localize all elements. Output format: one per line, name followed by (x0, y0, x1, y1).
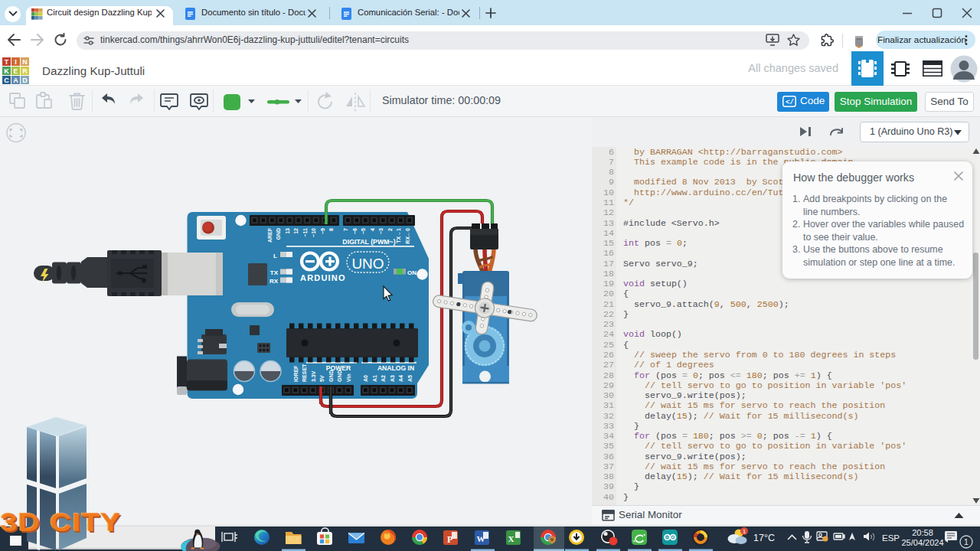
svg-text:AREF: AREF (267, 227, 273, 243)
svg-text:P: P (447, 534, 452, 545)
svg-text:X: X (508, 534, 514, 543)
svg-text:2: 2 (387, 228, 393, 231)
svg-text:A3: A3 (390, 375, 395, 382)
svg-text:A1: A1 (372, 375, 377, 382)
svg-text:POWER: POWER (326, 364, 351, 372)
svg-text:1: 1 (964, 537, 969, 546)
svg-text:ESP: ESP (882, 533, 900, 543)
svg-text:17°C: 17°C (753, 533, 775, 543)
svg-text:13: 13 (285, 228, 290, 234)
svg-text:12: 12 (293, 228, 299, 234)
svg-text:GND: GND (328, 370, 334, 382)
svg-text:~11: ~11 (302, 228, 308, 237)
svg-text:A0: A0 (363, 375, 368, 382)
svg-text:~6: ~6 (352, 228, 358, 234)
svg-text:R: R (22, 67, 28, 75)
svg-text:A5: A5 (407, 375, 413, 382)
svg-text:5V: 5V (319, 375, 325, 382)
svg-text:ANALOG IN: ANALOG IN (377, 364, 414, 372)
svg-text:A2: A2 (381, 375, 386, 382)
svg-text:ON: ON (407, 269, 416, 276)
svg-text:W: W (477, 534, 485, 543)
svg-text:D: D (22, 77, 28, 84)
svg-text:~10: ~10 (311, 228, 316, 237)
svg-text:~3: ~3 (378, 228, 384, 234)
svg-text:T: T (5, 58, 9, 66)
svg-text:RESET: RESET (302, 364, 307, 382)
svg-text:25/04/2024: 25/04/2024 (901, 538, 943, 547)
svg-text:~9: ~9 (320, 228, 325, 234)
svg-text:A4: A4 (398, 375, 403, 382)
svg-text:UNO: UNO (351, 256, 384, 272)
svg-text:RX←0: RX←0 (405, 228, 410, 244)
svg-text:I: I (15, 58, 17, 66)
svg-text:ARDUINO: ARDUINO (300, 273, 346, 282)
svg-text:~5: ~5 (361, 228, 366, 234)
svg-text:A: A (13, 77, 18, 84)
svg-text:C: C (4, 77, 9, 84)
svg-text:L: L (273, 253, 277, 259)
svg-text:DIGITAL (PWM~): DIGITAL (PWM~) (342, 238, 395, 246)
svg-text:GND: GND (337, 370, 342, 382)
svg-text:1: 1 (743, 528, 746, 535)
svg-text:RX: RX (270, 278, 279, 285)
svg-text:4: 4 (370, 228, 375, 231)
svg-text:8: 8 (328, 228, 334, 231)
svg-text:GND: GND (276, 228, 281, 240)
svg-text:</: </ (786, 99, 794, 106)
svg-text:7: 7 (343, 228, 348, 231)
svg-text:TX: TX (270, 269, 279, 276)
svg-text:E: E (13, 67, 18, 75)
svg-text:Vin: Vin (346, 373, 351, 382)
svg-text:IOREF: IOREF (293, 365, 299, 382)
svg-text:20:58: 20:58 (912, 528, 933, 537)
svg-text:3.3V: 3.3V (311, 370, 316, 382)
svg-text:K: K (4, 67, 9, 75)
svg-text:N: N (22, 58, 28, 66)
svg-text:TX→1: TX→1 (396, 228, 401, 243)
